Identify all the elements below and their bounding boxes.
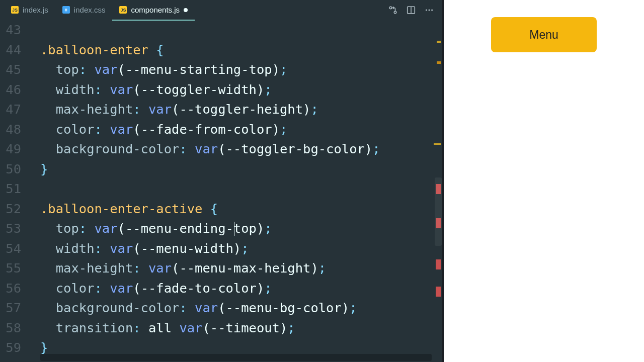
line-number: 50 <box>0 159 21 179</box>
tab-index-js[interactable]: JSindex.js <box>4 0 55 20</box>
svg-point-1 <box>394 11 396 14</box>
line-number: 45 <box>0 60 21 80</box>
code-line[interactable]: background-color: var(--toggler-bg-color… <box>40 139 442 159</box>
code-line[interactable] <box>40 179 442 199</box>
overview-ruler[interactable] <box>434 20 442 362</box>
line-number: 56 <box>0 279 21 299</box>
tab-index-css[interactable]: #index.css <box>55 0 113 20</box>
preview-pane: Menu <box>442 0 644 362</box>
code-line[interactable]: max-height: var(--menu-max-height); <box>40 258 442 279</box>
code-area[interactable]: 434445464748495051525354555657585960 .ba… <box>0 20 442 362</box>
code-line[interactable]: .balloon-enter-active { <box>40 199 442 219</box>
js-file-icon: JS <box>119 6 127 14</box>
overview-marker[interactable] <box>436 287 441 297</box>
compare-changes-icon[interactable] <box>388 6 397 15</box>
code-line[interactable]: transition: all var(--timeout); <box>40 318 442 338</box>
line-number-gutter: 434445464748495051525354555657585960 <box>0 20 27 362</box>
line-number: 49 <box>0 139 21 159</box>
line-number: 53 <box>0 219 21 239</box>
line-number: 59 <box>0 338 21 358</box>
horizontal-scrollbar[interactable] <box>40 354 432 361</box>
code-line[interactable]: top: var(--menu-starting-top); <box>40 60 442 80</box>
line-number: 55 <box>0 258 21 279</box>
overview-marker[interactable] <box>434 143 441 145</box>
code-line[interactable]: .balloon-enter { <box>40 40 442 60</box>
line-number: 43 <box>0 20 21 40</box>
tab-label: index.js <box>23 6 48 14</box>
code-line[interactable] <box>40 20 442 40</box>
more-icon[interactable] <box>425 6 434 15</box>
line-number: 47 <box>0 100 21 120</box>
menu-button[interactable]: Menu <box>491 17 597 52</box>
svg-point-6 <box>431 9 433 11</box>
svg-point-0 <box>389 7 392 9</box>
css-file-icon: # <box>62 6 70 14</box>
code-lines[interactable]: .balloon-enter { top: var(--menu-startin… <box>27 20 442 362</box>
tab-label: components.js <box>131 6 180 14</box>
code-line[interactable]: width: var(--toggler-width); <box>40 80 442 100</box>
line-number: 58 <box>0 318 21 338</box>
line-number: 54 <box>0 239 21 259</box>
line-number: 57 <box>0 298 21 318</box>
code-line[interactable]: color: var(--fade-to-color); <box>40 279 442 299</box>
svg-point-5 <box>428 9 430 11</box>
text-cursor <box>234 222 234 236</box>
scroll-thumb[interactable] <box>435 177 442 246</box>
app-root: JSindex.js#index.cssJScomponents.js <box>0 0 644 362</box>
code-line[interactable]: color: var(--fade-from-color); <box>40 120 442 140</box>
code-line[interactable]: background-color: var(--menu-bg-color); <box>40 298 442 318</box>
tab-bar: JSindex.js#index.cssJScomponents.js <box>0 0 442 20</box>
editor-pane: JSindex.js#index.cssJScomponents.js <box>0 0 442 362</box>
overview-marker[interactable] <box>437 61 441 64</box>
overview-marker[interactable] <box>437 41 441 43</box>
line-number: 60 <box>0 358 21 363</box>
dirty-indicator-icon <box>184 8 188 12</box>
tab-components-js[interactable]: JScomponents.js <box>112 0 195 20</box>
overview-marker[interactable] <box>436 259 441 269</box>
split-editor-icon[interactable] <box>407 6 416 15</box>
line-number: 44 <box>0 40 21 60</box>
line-number: 52 <box>0 199 21 219</box>
js-file-icon: JS <box>11 6 19 14</box>
line-number: 48 <box>0 120 21 140</box>
svg-point-4 <box>426 9 427 11</box>
editor-actions <box>388 6 438 15</box>
code-line[interactable]: } <box>40 159 442 179</box>
line-number: 51 <box>0 179 21 199</box>
code-line[interactable]: width: var(--menu-width); <box>40 239 442 259</box>
line-number: 46 <box>0 80 21 100</box>
code-line[interactable]: max-height: var(--toggler-height); <box>40 100 442 120</box>
code-line[interactable]: top: var(--menu-ending-top); <box>40 219 442 239</box>
tab-label: index.css <box>74 6 106 14</box>
